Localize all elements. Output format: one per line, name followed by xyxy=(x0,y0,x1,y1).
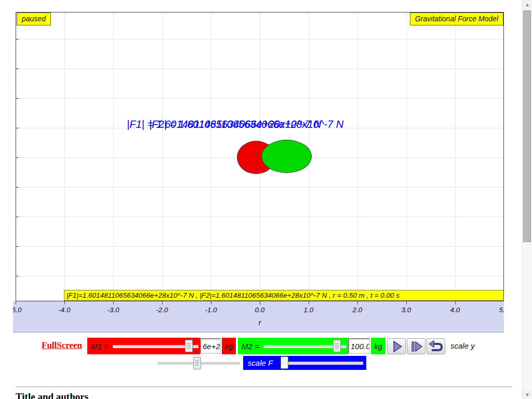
m2-value-field[interactable]: 100.0 xyxy=(348,338,370,354)
fullscreen-link[interactable]: FullScreen xyxy=(42,340,82,351)
grip-icon xyxy=(187,343,191,349)
x-tick-label: -3.0 xyxy=(107,306,119,314)
m2-unit-label: kg xyxy=(371,338,385,354)
page-title: Gravitational Force Model xyxy=(410,12,503,25)
x-tick-mark xyxy=(113,301,114,304)
x-axis-panel: r -5.0-4.0-3.0-2.0-1.00.01.02.03.04.05.0 xyxy=(13,301,504,332)
status-readout-bar: |F1|=1.6014811065634066e+28x10^-7 N , |F… xyxy=(64,290,503,301)
status-badge: paused xyxy=(17,12,51,25)
y-tick-mark xyxy=(16,276,19,276)
x-tick-mark xyxy=(16,301,16,304)
m1-unit-label: kg xyxy=(222,338,236,354)
scale-f-slider[interactable] xyxy=(277,356,366,370)
play-icon xyxy=(389,339,404,354)
step-button[interactable] xyxy=(407,338,425,354)
x-tick-label: 4.0 xyxy=(450,306,460,314)
m1-slider-group: M1 = xyxy=(87,338,200,354)
m1-slider-thumb[interactable] xyxy=(185,340,193,352)
m2-slider-thumb[interactable] xyxy=(333,340,341,352)
y-tick-mark xyxy=(16,69,19,69)
x-tick-mark xyxy=(64,301,65,304)
play-button[interactable] xyxy=(387,338,406,354)
reset-icon xyxy=(428,339,444,354)
y-tick-mark xyxy=(16,246,19,247)
y-tick-mark xyxy=(16,128,19,128)
x-axis-title: r xyxy=(259,318,261,327)
m1-slider[interactable] xyxy=(111,338,200,354)
y-tick-mark xyxy=(16,98,19,99)
x-tick-label: 0.0 xyxy=(255,306,265,314)
x-tick-label: -2.0 xyxy=(156,306,168,314)
x-tick-label: -1.0 xyxy=(205,306,217,314)
scale-y-label: scale y xyxy=(450,341,475,350)
scroll-down-button[interactable]: ▼ xyxy=(523,390,532,399)
down-arrow-icon: ▼ xyxy=(525,392,530,397)
m1-value-field[interactable]: 6e+24 xyxy=(200,338,221,354)
grip-icon xyxy=(195,361,199,366)
m2-slider-group: M2 = xyxy=(238,338,348,354)
scrollbar-thumb[interactable] xyxy=(523,10,531,242)
y-tick-mark xyxy=(16,217,19,217)
y-tick-mark xyxy=(16,157,19,158)
scale-y-slider-thumb[interactable] xyxy=(193,357,201,369)
scale-f-label: scale F xyxy=(243,356,277,370)
simulation-applet: paused Gravitational Force Model |F1| = … xyxy=(13,12,504,332)
x-tick-mark xyxy=(162,301,163,304)
m2-label: M2 = xyxy=(238,342,262,351)
x-tick-label: 1.0 xyxy=(304,306,314,314)
x-tick-mark xyxy=(357,301,358,304)
footer-heading: Title and authors xyxy=(16,391,88,399)
x-tick-mark xyxy=(406,301,407,304)
x-tick-label: 3.0 xyxy=(402,306,411,314)
divider xyxy=(16,387,512,389)
up-arrow-icon: ▲ xyxy=(525,2,530,7)
scale-y-slider[interactable] xyxy=(156,356,242,370)
mass2-ellipse[interactable] xyxy=(261,140,312,173)
reset-button[interactable] xyxy=(427,338,445,354)
y-tick-mark xyxy=(16,187,19,188)
force2-value-label: |F2| = 1.6014811065634066e+28x10^-7 N xyxy=(149,118,343,130)
x-tick-label: 2.0 xyxy=(353,306,363,314)
step-forward-icon xyxy=(408,339,424,354)
y-tick-mark xyxy=(16,39,19,39)
plot-area[interactable]: paused Gravitational Force Model |F1| = … xyxy=(16,12,504,301)
scroll-up-button[interactable]: ▲ xyxy=(523,0,532,9)
x-tick-mark xyxy=(455,301,456,304)
scale-f-slider-track xyxy=(282,362,363,365)
x-tick-mark xyxy=(309,301,309,304)
x-tick-label: -4.0 xyxy=(58,306,70,314)
m1-label: M1 = xyxy=(87,342,111,351)
x-tick-label: -5.0 xyxy=(13,306,22,314)
grip-icon xyxy=(335,343,339,349)
x-tick-mark xyxy=(211,301,211,304)
m2-slider[interactable] xyxy=(262,338,348,354)
x-tick-label: 5.0 xyxy=(499,306,504,314)
x-tick-mark xyxy=(260,301,260,304)
vertical-scrollbar[interactable]: ▲ ▼ xyxy=(522,0,532,399)
scale-f-slider-thumb[interactable] xyxy=(281,356,288,369)
